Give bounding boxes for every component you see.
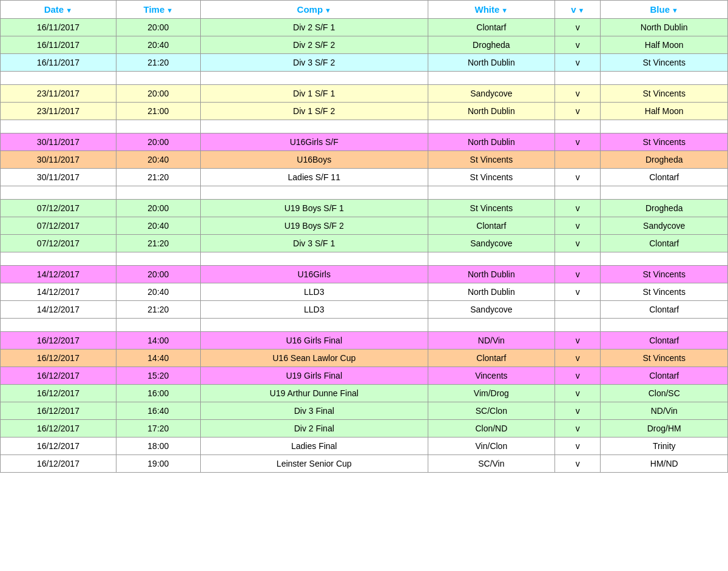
- cell-date: 30/11/2017: [1, 133, 116, 151]
- col-header-blue[interactable]: Blue▼: [601, 1, 728, 19]
- table-row: 16/12/201715:20U19 Girls FinalVincentsvC…: [1, 367, 728, 385]
- cell-v: [555, 151, 601, 169]
- empty-cell: [116, 252, 200, 266]
- empty-cell: [1, 319, 116, 332]
- cell-blue: Clontarf: [601, 332, 728, 350]
- cell-time: 20:40: [116, 283, 200, 301]
- cell-comp: Div 2 S/F 2: [200, 36, 428, 54]
- sort-icon-v: ▼: [578, 7, 585, 14]
- cell-time: 21:20: [116, 301, 200, 319]
- col-header-white[interactable]: White▼: [428, 1, 555, 19]
- cell-v: v: [555, 217, 601, 235]
- cell-white: Vin/Clon: [428, 438, 555, 455]
- cell-v: v: [555, 420, 601, 438]
- cell-v: v: [555, 235, 601, 252]
- cell-time: 21:20: [116, 54, 200, 72]
- cell-comp: U16Girls: [200, 266, 428, 283]
- col-header-comp[interactable]: Comp▼: [200, 1, 428, 19]
- table-row: 30/11/201720:40U16BoysSt VincentsDroghed…: [1, 151, 728, 169]
- sort-icon-time: ▼: [166, 7, 173, 14]
- table-row: 07/12/201721:20Div 3 S/F 1SandycovevClon…: [1, 235, 728, 252]
- empty-cell: [601, 120, 728, 133]
- cell-date: 16/12/2017: [1, 420, 116, 438]
- cell-comp: Div 1 S/F 1: [200, 85, 428, 103]
- table-row: 07/12/201720:00U19 Boys S/F 1St Vincents…: [1, 200, 728, 217]
- col-header-v[interactable]: v▼: [555, 1, 601, 19]
- cell-comp: U16 Sean Lawlor Cup: [200, 350, 428, 367]
- cell-date: 07/12/2017: [1, 235, 116, 252]
- empty-cell: [601, 319, 728, 332]
- cell-blue: Clontarf: [601, 367, 728, 385]
- cell-date: 23/11/2017: [1, 85, 116, 103]
- cell-blue: St Vincents: [601, 266, 728, 283]
- cell-v: [555, 301, 601, 319]
- cell-blue: Drog/HM: [601, 420, 728, 438]
- empty-cell: [555, 72, 601, 85]
- cell-white: North Dublin: [428, 103, 555, 120]
- cell-v: v: [555, 332, 601, 350]
- col-header-date[interactable]: Date▼: [1, 1, 116, 19]
- table-row: 16/12/201717:20Div 2 FinalClon/NDvDrog/H…: [1, 420, 728, 438]
- cell-time: 19:00: [116, 455, 200, 473]
- cell-comp: Div 3 Final: [200, 402, 428, 420]
- cell-time: 20:00: [116, 200, 200, 217]
- cell-time: 15:20: [116, 367, 200, 385]
- cell-date: 16/11/2017: [1, 36, 116, 54]
- cell-white: Vim/Drog: [428, 385, 555, 402]
- cell-date: 16/12/2017: [1, 350, 116, 367]
- cell-comp: Leinster Senior Cup: [200, 455, 428, 473]
- cell-time: 21:00: [116, 103, 200, 120]
- table-row: 23/11/201721:00Div 1 S/F 2North DublinvH…: [1, 103, 728, 120]
- cell-comp: U16 Girls Final: [200, 332, 428, 350]
- empty-cell: [1, 252, 116, 266]
- sort-icon-date: ▼: [66, 7, 72, 14]
- empty-cell: [428, 72, 555, 85]
- cell-date: 16/12/2017: [1, 385, 116, 402]
- cell-comp: LLD3: [200, 283, 428, 301]
- schedule-table: Date▼Time▼Comp▼White▼v▼Blue▼ 16/11/20172…: [0, 0, 728, 473]
- col-label-v: v: [571, 4, 576, 15]
- empty-cell: [116, 319, 200, 332]
- cell-v: v: [555, 266, 601, 283]
- cell-v: v: [555, 85, 601, 103]
- col-label-white: White: [475, 4, 500, 15]
- empty-cell: [601, 186, 728, 200]
- cell-date: 16/12/2017: [1, 367, 116, 385]
- cell-blue: Half Moon: [601, 103, 728, 120]
- table-row: [1, 186, 728, 200]
- cell-blue: St Vincents: [601, 54, 728, 72]
- table-row: 07/12/201720:40U19 Boys S/F 2ClontarfvSa…: [1, 217, 728, 235]
- cell-white: St Vincents: [428, 169, 555, 186]
- cell-blue: St Vincents: [601, 133, 728, 151]
- cell-v: v: [555, 169, 601, 186]
- cell-comp: Ladies Final: [200, 438, 428, 455]
- cell-blue: Clontarf: [601, 235, 728, 252]
- cell-time: 20:00: [116, 133, 200, 151]
- table-row: 16/12/201719:00Leinster Senior CupSC/Vin…: [1, 455, 728, 473]
- empty-cell: [555, 120, 601, 133]
- table-row: [1, 72, 728, 85]
- cell-comp: U19 Boys S/F 2: [200, 217, 428, 235]
- cell-blue: Clon/SC: [601, 385, 728, 402]
- empty-cell: [555, 252, 601, 266]
- cell-time: 20:00: [116, 266, 200, 283]
- empty-cell: [116, 120, 200, 133]
- cell-date: 14/12/2017: [1, 283, 116, 301]
- empty-cell: [428, 252, 555, 266]
- cell-v: v: [555, 54, 601, 72]
- cell-time: 20:40: [116, 36, 200, 54]
- cell-time: 14:40: [116, 350, 200, 367]
- cell-time: 20:40: [116, 217, 200, 235]
- sort-icon-blue: ▼: [672, 7, 678, 14]
- cell-comp: U16Girls S/F: [200, 133, 428, 151]
- cell-date: 16/12/2017: [1, 455, 116, 473]
- cell-date: 14/12/2017: [1, 301, 116, 319]
- col-label-date: Date: [44, 4, 64, 15]
- cell-blue: Drogheda: [601, 200, 728, 217]
- cell-time: 20:00: [116, 85, 200, 103]
- cell-date: 16/11/2017: [1, 19, 116, 36]
- cell-date: 16/12/2017: [1, 332, 116, 350]
- col-header-time[interactable]: Time▼: [116, 1, 200, 19]
- cell-v: v: [555, 402, 601, 420]
- table-row: 23/11/201720:00Div 1 S/F 1SandycovevSt V…: [1, 85, 728, 103]
